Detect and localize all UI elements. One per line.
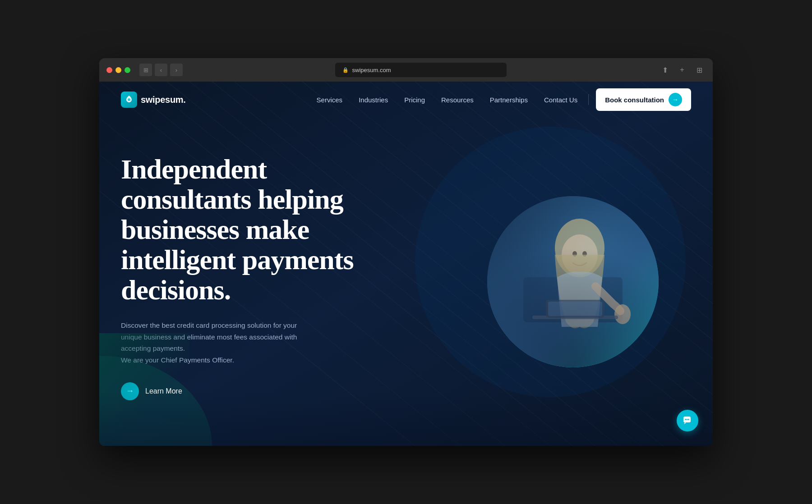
- hero-subtitle-line4: We are your Chief Payments Officer.: [121, 356, 234, 364]
- nav-link-pricing[interactable]: Pricing: [397, 92, 432, 107]
- svg-point-42: [487, 196, 659, 367]
- browser-window: ⊞ ‹ › 🔒 swipesum.com ⬆ + ⊞: [99, 58, 713, 446]
- nav-divider: [588, 94, 589, 105]
- traffic-lights: [106, 67, 130, 73]
- chat-button[interactable]: [677, 410, 698, 431]
- traffic-light-green[interactable]: [125, 67, 130, 73]
- hero-content: Independent consultants helping business…: [121, 154, 383, 400]
- nav-link-partnerships[interactable]: Partnerships: [483, 92, 535, 107]
- svg-point-44: [685, 419, 686, 420]
- book-consultation-label: Book consultation: [605, 96, 664, 104]
- forward-button[interactable]: ›: [170, 64, 183, 76]
- hero-subtitle-line2: unique business and eliminate most fees …: [121, 333, 297, 341]
- browser-chrome: ⊞ ‹ › 🔒 swipesum.com ⬆ + ⊞: [99, 58, 713, 82]
- navbar: swipesum. Services Industries Pricing Re…: [99, 82, 713, 118]
- learn-more-button[interactable]: → Learn More: [121, 382, 383, 400]
- svg-point-46: [688, 419, 689, 420]
- sidebar-toggle-button[interactable]: ⊞: [139, 64, 152, 76]
- hero-image: [487, 196, 659, 367]
- learn-more-arrow-icon: →: [126, 386, 134, 396]
- logo[interactable]: swipesum.: [121, 92, 186, 108]
- chat-icon: [683, 416, 692, 426]
- tab-grid-button[interactable]: ⊞: [693, 64, 706, 76]
- nav-link-contact[interactable]: Contact Us: [537, 92, 585, 107]
- book-consultation-button[interactable]: Book consultation →: [596, 88, 691, 111]
- svg-point-28: [128, 98, 130, 101]
- cta-arrow-icon: →: [672, 96, 678, 103]
- cta-arrow-circle: →: [669, 93, 682, 106]
- hero-subtitle: Discover the best credit card processing…: [121, 320, 328, 366]
- address-bar[interactable]: 🔒 swipesum.com: [335, 63, 507, 77]
- nav-link-industries[interactable]: Industries: [351, 92, 395, 107]
- hero-subtitle-line3: accepting payments.: [121, 344, 185, 352]
- hero-title: Independent consultants helping business…: [121, 154, 383, 305]
- traffic-light-yellow[interactable]: [115, 67, 121, 73]
- browser-controls: ⊞ ‹ ›: [139, 64, 183, 76]
- hero-circle: [487, 196, 659, 367]
- back-button[interactable]: ‹: [155, 64, 167, 76]
- nav-link-resources[interactable]: Resources: [434, 92, 481, 107]
- logo-text: swipesum.: [141, 95, 186, 105]
- learn-more-label: Learn More: [145, 387, 182, 395]
- hero-subtitle-line1: Discover the best credit card processing…: [121, 321, 297, 329]
- website: swipesum. Services Industries Pricing Re…: [99, 82, 713, 446]
- learn-more-arrow-circle: →: [121, 382, 139, 400]
- address-bar-wrap: 🔒 swipesum.com: [188, 63, 653, 77]
- new-tab-button[interactable]: +: [676, 64, 688, 76]
- nav-link-services[interactable]: Services: [309, 92, 350, 107]
- share-button[interactable]: ⬆: [659, 64, 671, 76]
- hero-section: Independent consultants helping business…: [99, 118, 713, 446]
- logo-icon: [121, 92, 137, 108]
- url-text: swipesum.com: [352, 67, 391, 73]
- browser-actions: ⬆ + ⊞: [659, 64, 706, 76]
- lock-icon: 🔒: [342, 67, 349, 73]
- svg-rect-37: [619, 196, 626, 208]
- svg-point-45: [687, 419, 688, 420]
- traffic-light-red[interactable]: [106, 67, 112, 73]
- nav-links: Services Industries Pricing Resources Pa…: [309, 88, 691, 111]
